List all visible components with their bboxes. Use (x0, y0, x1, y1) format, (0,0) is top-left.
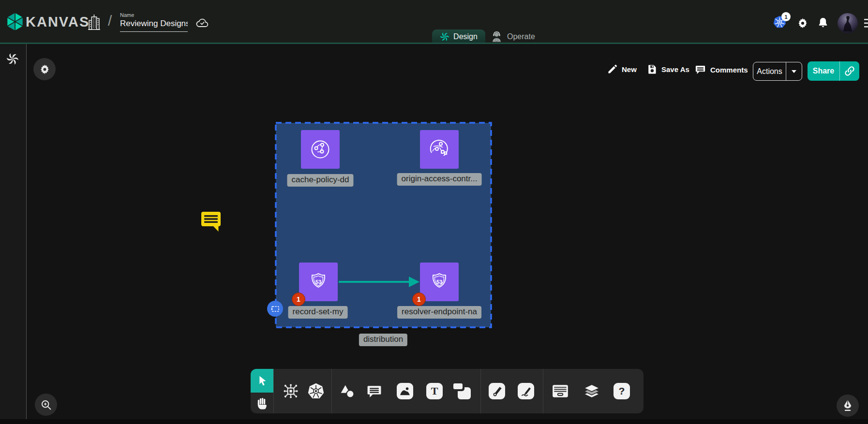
layers-tool-button[interactable] (582, 381, 601, 401)
pencil-sketch-icon (518, 383, 534, 399)
error-count-badge[interactable]: 1 (292, 292, 305, 306)
share-label: Share (808, 67, 839, 75)
new-button[interactable]: New (607, 64, 637, 74)
cloud-saved-icon (195, 17, 209, 29)
tab-design[interactable]: Design (432, 29, 485, 44)
comment-icon (366, 383, 382, 399)
route53-shield-icon: 53 (427, 269, 452, 294)
hamburger-menu-icon[interactable] (864, 18, 868, 29)
error-count-badge[interactable]: 1 (412, 292, 426, 306)
components-chip-icon (282, 382, 299, 400)
new-label: New (622, 65, 637, 73)
toolbar-divider (543, 369, 543, 413)
cursor-icon (256, 375, 269, 387)
organization-icon[interactable] (88, 14, 101, 30)
text-tool-button[interactable]: T (425, 381, 444, 401)
annotation-pen-button[interactable] (837, 395, 859, 417)
group-label: distribution (359, 334, 407, 346)
header-accent-line (0, 43, 868, 44)
comments-label: Comments (710, 66, 748, 74)
design-spiral-icon (440, 32, 449, 42)
node-resolver-endpoint[interactable]: 53 (420, 263, 459, 301)
tab-design-label: Design (453, 32, 478, 41)
components-tool-button[interactable] (281, 381, 300, 401)
comment-tool-button[interactable] (364, 381, 384, 401)
canvas-dock-toolbar: T (251, 369, 644, 413)
zoom-in-magnifier-icon (40, 398, 53, 411)
toolbar-divider (331, 369, 332, 413)
node-origin-access-control[interactable] (420, 130, 459, 169)
tab-operate[interactable]: Operate (490, 29, 535, 44)
settings-gear-icon[interactable] (797, 17, 808, 29)
text-icon: T (426, 383, 443, 399)
layers-icon (583, 383, 601, 399)
pan-tool-button[interactable] (251, 393, 273, 413)
image-tool-button[interactable] (395, 381, 415, 401)
design-name-label: Name (120, 12, 134, 18)
avatar-silhouette (838, 13, 858, 33)
svg-text:53: 53 (315, 279, 321, 285)
comments-icon (695, 64, 706, 75)
node-label: resolver-endpoint-na (397, 306, 481, 319)
link-icon (844, 66, 855, 76)
save-floppy-icon (647, 64, 657, 74)
canvas-settings-fab[interactable] (33, 58, 56, 80)
chevron-down-icon (792, 70, 796, 73)
pen-tool-button[interactable] (487, 381, 507, 401)
node-label: origin-access-contr... (397, 173, 482, 186)
node-cache-policy[interactable] (301, 130, 340, 169)
frame-icon (453, 383, 471, 399)
select-tool-button[interactable] (251, 369, 273, 393)
user-avatar[interactable] (838, 13, 858, 33)
actions-label: Actions (753, 67, 786, 76)
copy-link-button[interactable] (839, 61, 859, 81)
zoom-controls-button[interactable] (35, 394, 57, 416)
svg-text:53: 53 (436, 279, 442, 285)
actions-split-button[interactable]: Actions (753, 62, 802, 81)
help-tool-button[interactable]: ? (612, 381, 631, 401)
actions-dropdown-toggle[interactable] (786, 62, 802, 80)
node-record-set[interactable]: 53 (299, 263, 338, 301)
app-title: KANVAS (26, 14, 90, 30)
kubernetes-tool-button[interactable] (306, 381, 326, 401)
image-icon (397, 383, 413, 399)
save-as-label: Save As (661, 65, 689, 73)
design-name-input[interactable] (120, 19, 188, 32)
window-bottom-edge (0, 419, 868, 424)
context-count-badge: 1 (781, 12, 791, 21)
kubernetes-wheel-icon (307, 382, 325, 400)
breadcrumb-separator: / (108, 13, 112, 29)
question-mark-icon: ? (614, 383, 630, 399)
tab-operate-label: Operate (507, 32, 535, 41)
drawer-icon (551, 383, 569, 399)
group-select-handle[interactable] (267, 301, 283, 317)
toolbar-divider (273, 369, 274, 413)
canvas-comment-marker[interactable] (200, 209, 222, 232)
node-label: cache-policy-dd (287, 174, 353, 187)
pen-nib-icon (840, 398, 855, 413)
notifications-bell-icon[interactable] (817, 16, 829, 29)
drawer-tool-button[interactable] (551, 381, 570, 401)
comments-button[interactable]: Comments (695, 64, 748, 75)
node-label: record-set-my (288, 306, 348, 319)
cloudfront-globe-icon (308, 137, 333, 162)
canvas-overlay (0, 0, 868, 424)
gear-icon (39, 64, 50, 75)
share-button[interactable]: Share (808, 61, 859, 81)
save-as-button[interactable]: Save As (647, 64, 689, 74)
route53-shield-icon: 53 (306, 269, 331, 294)
dashed-rect-icon (269, 303, 281, 315)
shapes-icon (340, 383, 355, 399)
pen-icon (489, 383, 505, 399)
hand-icon (255, 396, 269, 409)
sketch-tool-button[interactable] (516, 381, 536, 401)
frame-tool-button[interactable] (452, 381, 472, 401)
operator-headset-icon (490, 30, 503, 44)
shapes-tool-button[interactable] (338, 381, 357, 401)
meshery-spiral-icon[interactable] (6, 53, 19, 65)
app-header: KANVAS / Name Design (0, 0, 868, 43)
left-sidebar (0, 44, 27, 419)
toolbar-divider (480, 369, 481, 413)
edge-arrowhead (409, 277, 419, 287)
kanvas-logo-icon[interactable] (6, 12, 24, 32)
